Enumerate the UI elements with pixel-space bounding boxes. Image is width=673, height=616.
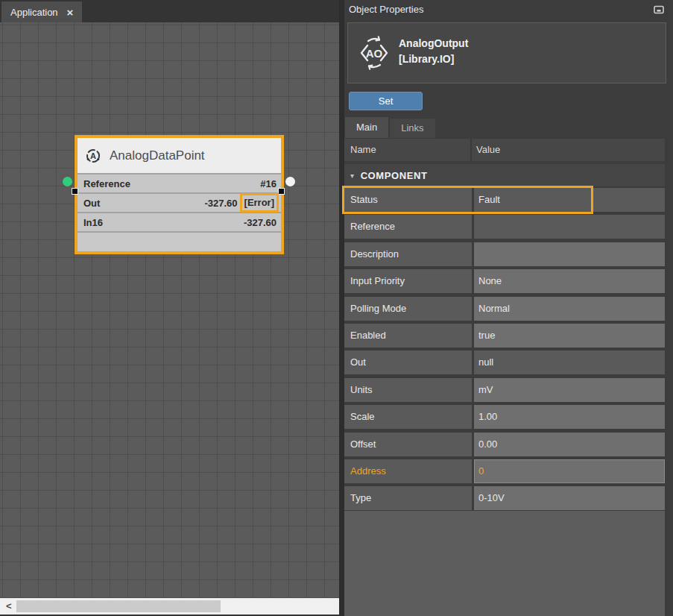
error-badge: [Error] [240, 193, 279, 213]
name-column-header: Name [344, 139, 472, 161]
property-name: Polling Mode [344, 297, 472, 321]
property-row: Input Priority None [344, 269, 665, 293]
object-library: [Library.IO] [399, 53, 454, 65]
property-row: Type 0-10V [344, 486, 665, 510]
table-header: Name Value [344, 139, 665, 161]
property-row: Units mV [344, 378, 665, 402]
object-properties-panel: Object Properties AO AnalogOutput [Libra… [344, 0, 673, 616]
property-value[interactable]: null [474, 351, 665, 374]
properties-tabs: Main Links [345, 117, 435, 138]
property-value[interactable]: 1.00 [474, 405, 665, 429]
property-name: Input Priority [344, 269, 472, 293]
node-row: Reference #16 [78, 175, 281, 192]
node-row: Out -327.60 [Error] [78, 194, 281, 212]
app-window: Application × A AnalogDataPoint R [0, 0, 673, 616]
close-icon[interactable]: × [67, 7, 74, 18]
property-name: Status [344, 188, 472, 212]
node-row-name: In16 [83, 217, 103, 228]
property-row: Status Fault [344, 188, 665, 212]
dock-window-icon[interactable] [654, 5, 664, 14]
node-analogdatapoint[interactable]: A AnalogDataPoint Reference #16 Out -327… [75, 135, 284, 254]
node-header: A AnalogDataPoint [78, 138, 281, 173]
property-row: Out null [344, 351, 665, 374]
properties-tab-label: Main [356, 122, 377, 133]
object-name: AnalogOutput [399, 37, 468, 49]
property-row: Polling Mode Normal [344, 297, 665, 321]
scrollbar-thumb[interactable] [16, 600, 221, 612]
value-column-header: Value [472, 139, 665, 161]
node-row-name: Out [83, 198, 100, 209]
property-name: Out [344, 351, 472, 374]
property-name: Offset [344, 433, 472, 456]
tab-label: Application [10, 7, 58, 18]
property-value[interactable]: 0 [474, 459, 665, 483]
property-name: Enabled [344, 324, 472, 348]
property-name: Type [344, 486, 472, 510]
resize-handle-left[interactable] [72, 188, 78, 195]
property-name: Scale [344, 405, 472, 429]
node-row-value: -327.60 [244, 217, 277, 228]
property-value[interactable]: Fault [474, 188, 665, 212]
property-row: Address 0 [344, 459, 665, 483]
table-empty-area [344, 511, 665, 616]
properties-tab-label: Links [401, 122, 423, 133]
set-button[interactable]: Set [349, 92, 423, 110]
property-name: Description [344, 242, 472, 266]
node-row: In16 -327.60 [78, 213, 281, 231]
scroll-left-icon[interactable]: < [6, 598, 12, 615]
section-label: COMPONENT [361, 170, 428, 181]
node-row-value: #16 [260, 178, 277, 189]
svg-text:AO: AO [366, 47, 383, 60]
svg-text:A: A [90, 151, 96, 160]
panel-title: Object Properties [349, 4, 423, 15]
property-name: Reference [344, 215, 472, 239]
property-row: Scale 1.00 [344, 405, 665, 429]
property-table: Status Fault Reference Description Input… [344, 188, 665, 510]
node-row-name: Reference [83, 178, 130, 189]
tab-bar: Application × [0, 0, 339, 22]
properties-tab[interactable]: Main [345, 117, 388, 138]
diagram-pane: Application × A AnalogDataPoint R [0, 0, 339, 616]
property-value[interactable]: None [474, 269, 665, 293]
property-value[interactable]: 0-10V [474, 486, 665, 510]
node-footer [78, 233, 281, 251]
output-port[interactable] [285, 177, 295, 186]
property-value[interactable]: true [474, 324, 665, 348]
property-row: Offset 0.00 [344, 433, 665, 456]
horizontal-scrollbar[interactable]: < [0, 598, 339, 615]
property-value[interactable]: mV [474, 378, 665, 402]
input-port[interactable] [63, 177, 72, 186]
collapse-icon[interactable]: ▾ [350, 172, 355, 180]
property-row: Enabled true [344, 324, 665, 348]
node-title: AnalogDataPoint [110, 148, 205, 163]
diagram-canvas[interactable]: A AnalogDataPoint Reference #16 Out -327… [0, 22, 339, 598]
property-name: Units [344, 378, 472, 402]
property-row: Description [344, 242, 665, 266]
node-row-value: -327.60 [204, 198, 237, 209]
analog-output-icon: AO [357, 36, 391, 70]
analog-point-icon: A [85, 148, 101, 164]
object-header: AO AnalogOutput [Library.IO] [347, 22, 666, 84]
properties-tab[interactable]: Links [390, 119, 435, 138]
property-value[interactable] [474, 242, 665, 266]
property-value[interactable] [474, 215, 665, 239]
property-value[interactable]: Normal [474, 297, 665, 321]
property-value[interactable]: 0.00 [474, 433, 665, 456]
property-name: Address [344, 459, 472, 483]
component-section-header[interactable]: ▾ COMPONENT [344, 164, 665, 186]
tab-application[interactable]: Application × [1, 1, 82, 22]
resize-handle-right[interactable] [278, 188, 285, 195]
property-row: Reference [344, 215, 665, 239]
